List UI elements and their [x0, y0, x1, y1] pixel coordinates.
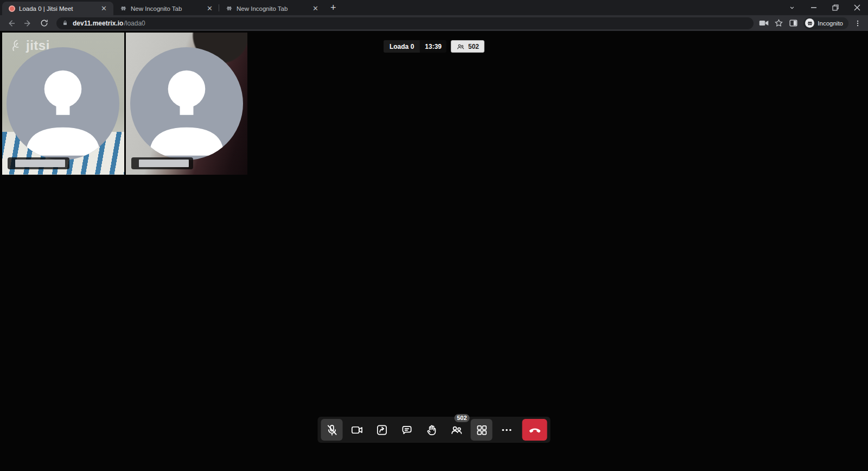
- tab-incognito-2[interactable]: New Incognito Tab ✕: [219, 2, 325, 15]
- chat-button[interactable]: [396, 419, 418, 441]
- conference-subject: Loada 0: [384, 40, 420, 53]
- camera-button[interactable]: [346, 419, 368, 441]
- tab-title: New Incognito Tab: [131, 5, 202, 12]
- url-host: dev11.meetrix.io: [73, 20, 123, 27]
- incognito-label: Incognito: [818, 20, 843, 27]
- incognito-icon: [120, 5, 127, 12]
- people-icon: [450, 423, 463, 436]
- conference-timer: 13:39: [420, 40, 446, 53]
- participant-tile[interactable]: [126, 33, 248, 175]
- new-tab-button[interactable]: +: [325, 2, 342, 15]
- redacted-name: [15, 160, 65, 167]
- share-screen-icon: [375, 424, 388, 436]
- participants-button[interactable]: 502: [446, 419, 468, 441]
- browser-menu-icon[interactable]: [854, 19, 861, 28]
- hand-icon: [425, 424, 438, 436]
- browser-toolbar: dev11.meetrix.io/loada0 Incognito: [0, 15, 868, 31]
- hangup-button[interactable]: [522, 419, 547, 441]
- window-minimize-button[interactable]: [803, 0, 825, 15]
- back-button[interactable]: [4, 16, 18, 30]
- camera-in-use-icon[interactable]: [759, 19, 769, 27]
- close-tab-icon[interactable]: ✕: [100, 4, 108, 13]
- tiles-icon: [475, 424, 488, 436]
- participant-name-label: [8, 157, 69, 169]
- address-bar[interactable]: dev11.meetrix.io/loada0: [56, 17, 754, 29]
- jitsi-meeting-page: jitsi: [0, 31, 868, 471]
- conference-info: Loada 0 13:39 502: [384, 40, 484, 53]
- window-close-button[interactable]: [846, 0, 868, 15]
- forward-button[interactable]: [21, 16, 35, 30]
- reload-button[interactable]: [37, 16, 51, 30]
- tab-incognito-1[interactable]: New Incognito Tab ✕: [113, 2, 219, 15]
- side-panel-icon[interactable]: [789, 18, 798, 28]
- close-tab-icon[interactable]: ✕: [206, 4, 214, 13]
- participant-count: 502: [468, 43, 479, 50]
- media-in-use-indicator-icon: [9, 5, 15, 12]
- url-path: /loada0: [124, 20, 145, 27]
- participant-count-pill[interactable]: 502: [451, 40, 484, 53]
- meeting-toolbar: 502: [318, 417, 551, 443]
- camera-icon: [350, 424, 363, 436]
- chat-icon: [400, 424, 413, 436]
- phone-down-icon: [528, 423, 541, 437]
- tile-view-button[interactable]: [471, 419, 493, 441]
- window-restore-button[interactable]: [825, 0, 846, 15]
- screen-share-button[interactable]: [371, 419, 393, 441]
- participant-count-badge: 502: [454, 414, 469, 422]
- tab-title: Loada 0 | Jitsi Meet: [19, 5, 96, 12]
- dots-icon: [500, 424, 513, 436]
- tab-search-icon[interactable]: [781, 0, 803, 15]
- participants-icon: [456, 42, 465, 51]
- participant-tile[interactable]: jitsi: [2, 33, 124, 175]
- avatar: [7, 47, 119, 160]
- mute-button[interactable]: [321, 419, 343, 441]
- tab-title: New Incognito Tab: [237, 5, 308, 12]
- browser-tab-strip: Loada 0 | Jitsi Meet ✕ New Incognito Tab…: [0, 0, 868, 15]
- incognito-profile-badge[interactable]: Incognito: [803, 17, 848, 29]
- redacted-name: [139, 160, 189, 167]
- lock-icon: [62, 20, 68, 27]
- incognito-icon: [226, 5, 233, 12]
- avatar: [130, 47, 243, 160]
- participant-name-label: [131, 157, 193, 169]
- bookmark-star-icon[interactable]: [774, 18, 783, 28]
- mic-off-icon: [326, 424, 338, 436]
- raise-hand-button[interactable]: [421, 419, 443, 441]
- tab-jitsi-meet[interactable]: Loada 0 | Jitsi Meet ✕: [2, 2, 113, 15]
- incognito-icon: [805, 18, 814, 28]
- more-button[interactable]: [496, 419, 518, 441]
- participant-grid: jitsi: [2, 33, 865, 462]
- close-tab-icon[interactable]: ✕: [311, 4, 320, 13]
